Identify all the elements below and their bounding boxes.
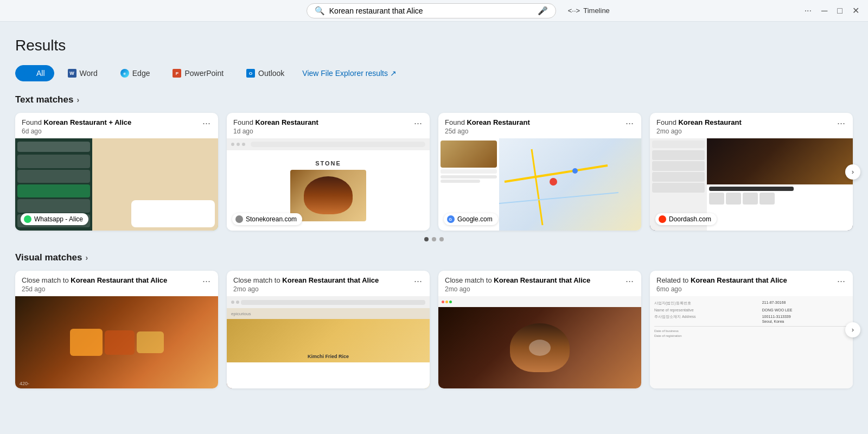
edge-icon: e: [120, 69, 129, 78]
visual-card-title-2: Close match to Korean Restaurant that Al…: [233, 276, 379, 284]
minimize-button[interactable]: ─: [821, 6, 827, 16]
dot-3[interactable]: [439, 237, 444, 241]
visual-card-image-3: [438, 296, 641, 388]
card-menu-4[interactable]: ···: [836, 118, 846, 128]
tab-outlook[interactable]: O Outlook: [237, 65, 293, 81]
tab-powerpoint[interactable]: P PowerPoint: [163, 65, 233, 81]
close-button[interactable]: ✕: [852, 5, 859, 16]
text-match-card-2[interactable]: Found Korean Restaurant 1d ago ···: [227, 113, 430, 231]
text-matches-chevron: ›: [76, 95, 79, 104]
card-source-2: Stonekorean.com: [232, 213, 302, 225]
visual-card-header-2: Close match to Korean Restaurant that Al…: [227, 271, 430, 296]
text-matches-grid: Found Korean Restaurant + Alice 6d ago ·…: [15, 113, 853, 231]
tab-word[interactable]: W Word: [59, 65, 107, 81]
visual-card-image-4: 사업자(법인)등록번호 211-87-30168 Name of represe…: [650, 296, 853, 388]
timeline-icon: <··>: [568, 7, 580, 15]
svg-text:G: G: [449, 218, 452, 221]
tab-word-label: Word: [80, 69, 98, 78]
visual-card-menu-2[interactable]: ···: [413, 276, 423, 286]
visual-card-date-4: 6mo ago: [656, 285, 787, 293]
visual-card-header-4: Related to Korean Restaurant that Alice …: [650, 271, 853, 296]
visual-card-title-1: Close match to Korean Restaurant that Al…: [22, 276, 167, 284]
visual-match-card-1[interactable]: Close match to Korean Restaurant that Al…: [15, 271, 218, 388]
visual-matches-cards-wrapper: Close match to Korean Restaurant that Al…: [15, 271, 853, 388]
card-title-3: Found Korean Restaurant: [445, 118, 530, 126]
visual-match-card-3[interactable]: Close match to Korean Restaurant that Al…: [438, 271, 641, 388]
card-image-1: Whatsapp - Alice: [15, 138, 218, 231]
visual-card-menu-3[interactable]: ···: [624, 276, 635, 286]
timeline-button[interactable]: <··> Timeline: [563, 4, 615, 17]
visual-card-menu-1[interactable]: ···: [201, 276, 212, 286]
ppt-icon: P: [173, 69, 181, 78]
outlook-icon: O: [246, 69, 255, 78]
doordash-icon: [659, 215, 666, 223]
word-icon: W: [68, 69, 76, 78]
card-date-2: 1d ago: [233, 127, 318, 135]
view-file-explorer-link[interactable]: View File Explorer results ↗: [302, 69, 397, 78]
visual-card-header-1: Close match to Korean Restaurant that Al…: [15, 271, 218, 296]
main-content: Results All W Word e Edge P PowerPoint O…: [0, 22, 868, 408]
card-menu-1[interactable]: ···: [201, 118, 212, 128]
google-icon: G: [447, 215, 455, 223]
more-options-icon[interactable]: ···: [805, 6, 812, 16]
visual-card-image-2: epicurious Kimchi Fried Rice: [227, 296, 430, 388]
card-header-3: Found Korean Restaurant 25d ago ···: [438, 113, 641, 138]
text-match-card-4[interactable]: Found Korean Restaurant 2mo ago ···: [650, 113, 853, 231]
card-source-1: Whatsapp - Alice: [21, 213, 88, 225]
text-matches-header[interactable]: Text matches ›: [15, 94, 853, 105]
whatsapp-icon: [24, 215, 31, 223]
text-matches-cards-wrapper: Found Korean Restaurant + Alice 6d ago ·…: [15, 113, 853, 231]
visual-card-title-3: Close match to Korean Restaurant that Al…: [445, 276, 590, 284]
visual-matches-title: Visual matches: [15, 252, 82, 263]
visual-match-card-4[interactable]: Related to Korean Restaurant that Alice …: [650, 271, 853, 388]
titlebar: 🔍 🎤 <··> Timeline ··· ─ □ ✕: [0, 0, 868, 22]
restore-button[interactable]: □: [837, 6, 843, 16]
card-menu-2[interactable]: ···: [413, 118, 423, 128]
all-icon: [24, 69, 33, 78]
visual-card-date-3: 2mo ago: [445, 285, 590, 293]
visual-matches-grid: Close match to Korean Restaurant that Al…: [15, 271, 853, 388]
titlebar-center: 🔍 🎤 <··> Timeline: [117, 3, 805, 18]
tab-edge[interactable]: e Edge: [111, 65, 159, 81]
page-title: Results: [15, 37, 853, 54]
dot-1[interactable]: [424, 237, 429, 241]
visual-matches-next-arrow[interactable]: ›: [845, 322, 860, 337]
search-icon: 🔍: [315, 6, 325, 16]
visual-card-title-4: Related to Korean Restaurant that Alice: [656, 276, 787, 284]
card-title-1: Found Korean Restaurant + Alice: [22, 118, 131, 126]
card-title-2: Found Korean Restaurant: [233, 118, 318, 126]
card-header-4: Found Korean Restaurant 2mo ago ···: [650, 113, 853, 138]
dot-2[interactable]: [432, 237, 436, 241]
card-date-1: 6d ago: [22, 127, 131, 135]
tab-all[interactable]: All: [15, 65, 54, 81]
tab-all-label: All: [36, 69, 45, 78]
search-input[interactable]: [329, 7, 533, 15]
tab-edge-label: Edge: [132, 69, 150, 78]
card-date-4: 2mo ago: [656, 127, 742, 135]
visual-card-menu-4[interactable]: ···: [836, 276, 846, 286]
card-menu-3[interactable]: ···: [624, 118, 635, 128]
visual-card-image-1: 420-: [15, 296, 218, 388]
visual-matches-section: Visual matches › Close match to Korean R…: [15, 252, 853, 388]
search-box[interactable]: 🔍 🎤: [307, 3, 556, 18]
text-matches-next-arrow[interactable]: ›: [845, 164, 860, 180]
visual-matches-chevron: ›: [85, 253, 88, 262]
visual-card-date-1: 25d ago: [22, 285, 167, 293]
tab-outlook-label: Outlook: [258, 69, 284, 78]
card-source-4: Doordash.com: [655, 213, 717, 225]
text-match-card-3[interactable]: Found Korean Restaurant 25d ago ···: [438, 113, 641, 231]
card-image-2: STONE Stonekorean.com: [227, 138, 430, 231]
filter-tabs: All W Word e Edge P PowerPoint O Outlook…: [15, 65, 853, 81]
stone-icon: [235, 215, 243, 223]
card-title-4: Found Korean Restaurant: [656, 118, 742, 126]
card-header-2: Found Korean Restaurant 1d ago ···: [227, 113, 430, 138]
card-date-3: 25d ago: [445, 127, 530, 135]
svg-point-3: [550, 178, 557, 186]
text-match-card-1[interactable]: Found Korean Restaurant + Alice 6d ago ·…: [15, 113, 218, 231]
mic-icon[interactable]: 🎤: [538, 6, 548, 16]
visual-matches-header[interactable]: Visual matches ›: [15, 252, 853, 263]
view-file-explorer-label: View File Explorer results ↗: [302, 69, 397, 78]
svg-point-4: [572, 168, 578, 174]
card-source-3: G Google.com: [444, 213, 498, 225]
visual-match-card-2[interactable]: Close match to Korean Restaurant that Al…: [227, 271, 430, 388]
